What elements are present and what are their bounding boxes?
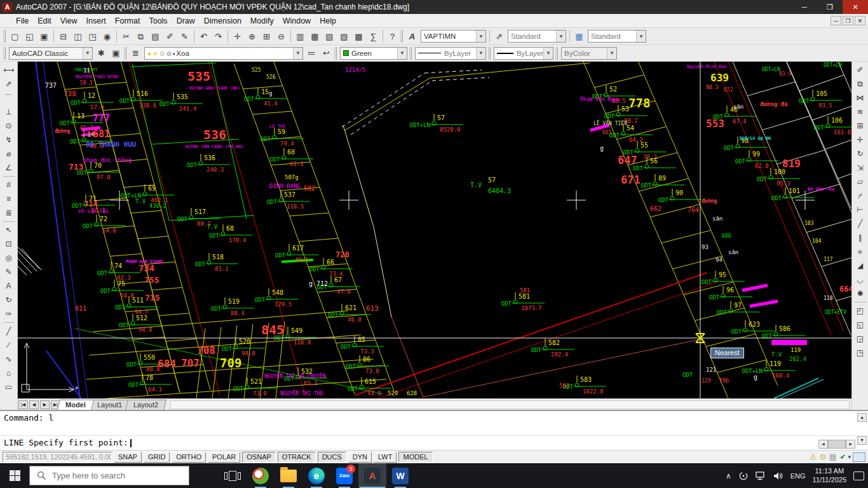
scroll-right-icon[interactable]: ▶ — [846, 440, 855, 449]
menu-item-edit[interactable]: Edit — [33, 15, 56, 27]
dimension-text-edit-button[interactable]: A — [2, 279, 16, 293]
diameter-button[interactable]: ⌀ — [2, 147, 16, 161]
zoom-realtime-button[interactable]: ⊕ — [245, 29, 259, 44]
text-style-combo[interactable]: VAPTIMN ▼ — [421, 30, 486, 43]
match-properties-button[interactable]: ✐ — [163, 29, 177, 44]
my-workspace-button[interactable]: ▣ — [109, 46, 123, 60]
quick-leader-button[interactable]: ↖ — [2, 223, 16, 237]
scroll-up-icon[interactable]: ▲ — [857, 413, 867, 422]
tab-layout1[interactable]: Layout1 — [89, 400, 130, 410]
scroll-thumb[interactable] — [828, 440, 846, 449]
send-to-back-button[interactable]: ◱ — [853, 318, 867, 332]
menu-item-window[interactable]: Window — [278, 15, 315, 27]
tab-nav-first[interactable]: |◀ — [18, 400, 28, 409]
scale-button[interactable]: ⇲ — [853, 161, 867, 175]
tray-caret-icon[interactable]: ▾ — [848, 454, 851, 460]
menu-item-view[interactable]: View — [56, 15, 82, 27]
command-window[interactable]: Command: l LINE Specify first point: ▲ ▼… — [0, 410, 868, 450]
mdi-close-button[interactable]: ✕ — [855, 16, 865, 25]
toggle-grid[interactable]: GRID — [144, 452, 170, 463]
make-object-layer-current-button[interactable]: ≔ — [304, 46, 319, 60]
tolerance-button[interactable]: ⊡ — [2, 237, 16, 251]
zoom-window-button[interactable]: ⊞ — [259, 29, 274, 44]
jogged-button[interactable]: ↯ — [2, 133, 16, 147]
autocad-taskbar-button[interactable]: A — [358, 463, 386, 488]
break-button[interactable]: ∥ — [853, 231, 867, 245]
menu-item-tools[interactable]: Tools — [144, 15, 172, 27]
quick-dimension-button[interactable]: # — [2, 178, 16, 192]
layer-properties-manager-button[interactable]: ≣ — [128, 46, 143, 60]
redo-button[interactable]: ↷ — [211, 29, 226, 44]
chevron-down-icon[interactable]: ▼ — [397, 48, 407, 59]
chevron-down-icon[interactable]: ▼ — [476, 48, 485, 59]
onedrive-icon[interactable] — [738, 471, 749, 480]
toggle-osnap[interactable]: OSNAP — [242, 452, 276, 463]
mdi-restore-button[interactable]: ❐ — [843, 16, 853, 25]
coccoc-browser-button[interactable] — [247, 463, 275, 488]
toggle-ortho[interactable]: ORTHO — [172, 452, 206, 463]
lineweight-combo[interactable]: ByLayer ▼ — [494, 47, 553, 60]
volume-icon[interactable] — [773, 471, 783, 480]
word-button[interactable]: W — [386, 463, 414, 488]
ordinate-button[interactable]: ⟂ — [2, 105, 16, 119]
mdi-minimize-button[interactable]: ─ — [831, 16, 841, 25]
open-button[interactable]: ◱ — [22, 29, 37, 44]
menu-item-modify[interactable]: Modify — [246, 15, 278, 27]
send-under-objects-button[interactable]: ◳ — [853, 346, 867, 360]
chevron-down-icon[interactable]: ▼ — [607, 48, 616, 59]
layer-previous-button[interactable]: ↩ — [319, 46, 334, 60]
save-button[interactable]: ▣ — [37, 29, 51, 44]
pan-button[interactable]: ✛ — [230, 29, 245, 44]
command-vscroll[interactable]: ▲ ▼ — [857, 413, 867, 445]
new-button[interactable]: ▢ — [8, 29, 22, 44]
toggle-dyn[interactable]: DYN — [348, 452, 372, 463]
fillet-button[interactable]: ◡ — [853, 273, 867, 287]
copy-clip-button[interactable]: ⧉ — [133, 29, 148, 44]
taskbar-search[interactable] — [29, 466, 189, 485]
stretch-button[interactable]: ▱ — [853, 175, 867, 189]
hidden-icons-caret[interactable]: ∧ — [726, 471, 731, 480]
tool-palettes-button[interactable]: ▧ — [322, 29, 337, 44]
toggle-lwt[interactable]: LWT — [374, 452, 397, 463]
polyline-button[interactable]: ∿ — [2, 352, 16, 366]
publish-button[interactable]: ◳ — [85, 29, 100, 44]
layer-combo[interactable]: ●☀⊙⊘▪ Xoa ▼ — [144, 47, 303, 60]
command-hscroll[interactable]: ◀ ▶ — [818, 440, 855, 449]
toggle-polar[interactable]: POLAR — [208, 452, 240, 463]
menu-item-format[interactable]: Format — [111, 15, 145, 27]
toggle-snap[interactable]: SNAP — [114, 452, 142, 463]
rotate-button[interactable]: ↻ — [853, 147, 867, 161]
action-center-icon[interactable] — [853, 471, 864, 480]
tab-nav-next[interactable]: ▶ — [40, 400, 50, 409]
join-button[interactable]: ∝ — [853, 245, 867, 259]
bring-above-objects-button[interactable]: ◲ — [853, 332, 867, 346]
baseline-button[interactable]: ≡ — [2, 192, 16, 206]
properties-button[interactable]: ▥ — [293, 29, 308, 44]
minimize-button[interactable]: ─ — [792, 0, 817, 14]
restore-button[interactable]: ❐ — [817, 0, 843, 14]
block-editor-button[interactable]: ✎ — [177, 29, 192, 44]
trusted-autodesk-icon[interactable]: ✔ — [839, 453, 846, 461]
menu-item-help[interactable]: Help — [315, 15, 341, 27]
dimension-edit-button[interactable]: ✎ — [2, 265, 16, 279]
toolbar-unlock-icon[interactable]: ⊙ — [820, 453, 826, 461]
file-explorer-button[interactable] — [275, 463, 302, 488]
calculator-button[interactable]: ∑ — [366, 29, 381, 44]
tab-nav-prev[interactable]: ◀ — [29, 400, 39, 409]
linetype-combo[interactable]: ByLayer ▼ — [415, 47, 486, 60]
chevron-down-icon[interactable]: ▼ — [636, 30, 646, 42]
chevron-down-icon[interactable]: ▼ — [83, 48, 92, 59]
mirror-button[interactable]: ⋈ — [853, 91, 867, 105]
workspace-combo[interactable]: AutoCAD Classic ▼ — [9, 47, 93, 60]
chamfer-button[interactable]: ◢ — [853, 259, 867, 273]
aligned-dimension-button[interactable]: ⇗ — [2, 77, 16, 91]
toggle-otrack[interactable]: OTRACK — [278, 452, 316, 463]
table-style-combo[interactable]: Standard ▼ — [588, 30, 646, 43]
menu-item-file[interactable]: File — [11, 15, 33, 27]
language-indicator[interactable]: ENG — [790, 472, 806, 480]
drawing-area[interactable]: ODT535241.4ODT536240.3ODT516338.6ODT1257… — [18, 62, 851, 398]
horizontal-scrollbar[interactable] — [170, 400, 850, 409]
continue-button[interactable]: ≣ — [2, 206, 16, 220]
erase-button[interactable]: ✐ — [853, 63, 867, 77]
menu-item-draw[interactable]: Draw — [172, 15, 200, 27]
